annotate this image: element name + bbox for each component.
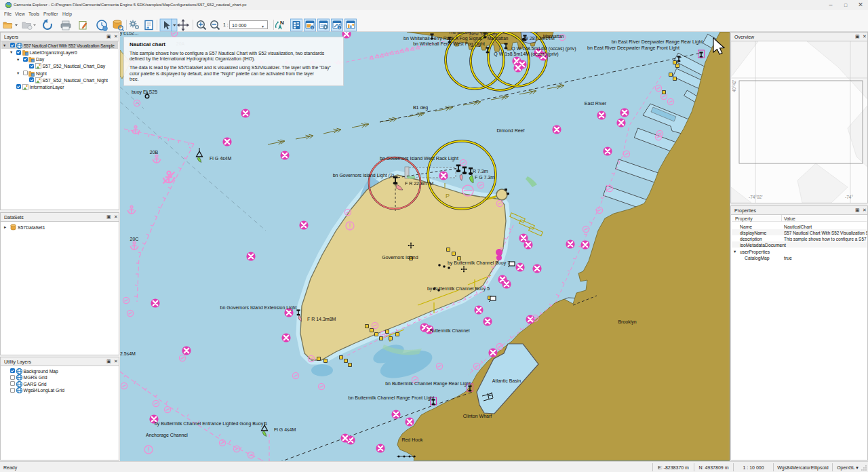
svg-text:B1 deg: B1 deg (413, 105, 428, 111)
svg-text:Brooklyn: Brooklyn (618, 319, 636, 325)
svg-text:bn East River Deepwater Range: bn East River Deepwater Range Front Ligh… (587, 45, 679, 51)
svg-text:Manhattan: Manhattan (488, 36, 509, 41)
svg-text:-74°02': -74°02' (749, 195, 762, 199)
svg-text:bn Governors Island West Rack: bn Governors Island West Rack Light (380, 156, 458, 161)
svg-text:bn East River Deepwater Range: bn East River Deepwater Range Rear Light (612, 39, 703, 45)
svg-text:20C: 20C (130, 237, 139, 241)
svg-text:bn Buttermilk Channel Range Re: bn Buttermilk Channel Range Rear Light (385, 381, 471, 387)
svg-text:R 7.3m: R 7.3m (473, 169, 488, 174)
svg-text:20B: 20B (150, 150, 159, 155)
svg-text:Q W 1s8.5m14M (occas) (priv): Q W 1s8.5m14M (occas) (priv) (494, 52, 558, 57)
svg-text:by Buttermilk Channel Buoy 7: by Buttermilk Channel Buoy 7 (448, 260, 510, 266)
svg-text:Q W 1s8.5m14M (occas) (priv): Q W 1s8.5m14M (occas) (priv) (511, 46, 576, 52)
svg-text:Dimond Reef: Dimond Reef (497, 128, 525, 133)
svg-text:Governors Island: Governors Island (382, 255, 418, 260)
svg-text:Clinton Wharf: Clinton Wharf (463, 414, 492, 418)
svg-text:N: N (280, 20, 284, 26)
svg-text:Red Hook: Red Hook (401, 437, 423, 442)
svg-text:East River: East River (585, 101, 607, 106)
svg-text:F G 7.3m: F G 7.3m (475, 175, 494, 180)
svg-text:i: i (312, 26, 313, 30)
svg-text:bn Governors Island Extension: bn Governors Island Extension Light (220, 305, 297, 311)
svg-text:by Buttermilk Channel Entrance: by Buttermilk Channel Entrance Lighted G… (155, 421, 267, 427)
svg-text:bn Whitehall Ferry West Fog Li: bn Whitehall Ferry West Fog Light (413, 41, 485, 47)
svg-text:Buttermilk Channel: Buttermilk Channel (429, 328, 470, 333)
svg-text:bn Buttermilk Channel Range Fr: bn Buttermilk Channel Range Front Light (349, 395, 435, 401)
svg-text:Fl G 4s4M: Fl G 4s4M (210, 156, 231, 161)
svg-text:-74°: -74° (845, 195, 853, 199)
svg-text:by Buttermilk Channel Buoy 5: by Buttermilk Channel Buoy 5 (427, 286, 490, 292)
svg-text:i: i (339, 26, 340, 30)
svg-text:Anchorage Channel: Anchorage Channel (146, 433, 188, 438)
svg-text:P: P (446, 193, 450, 199)
svg-text:Manhattan: Manhattan (543, 34, 564, 39)
svg-text:F R 22.8m7M: F R 22.8m7M (405, 181, 434, 186)
svg-text:Atlantic Basin: Atlantic Basin (492, 378, 521, 383)
svg-text:bn Governors Island Light (2): bn Governors Island Light (2) (333, 173, 395, 178)
svg-text:F R 14.3m8M: F R 14.3m8M (307, 317, 336, 321)
svg-text:bn Whitehall Ferry Rack A Fog: bn Whitehall Ferry Rack A Fog Signal (403, 36, 482, 41)
svg-text:buoy ELS25: buoy ELS25 (132, 90, 157, 95)
svg-text:2.5s4M: 2.5s4M (120, 351, 136, 356)
svg-text:Fl G 4s4M: Fl G 4s4M (274, 427, 296, 432)
svg-text:40°42': 40°42' (732, 80, 736, 92)
